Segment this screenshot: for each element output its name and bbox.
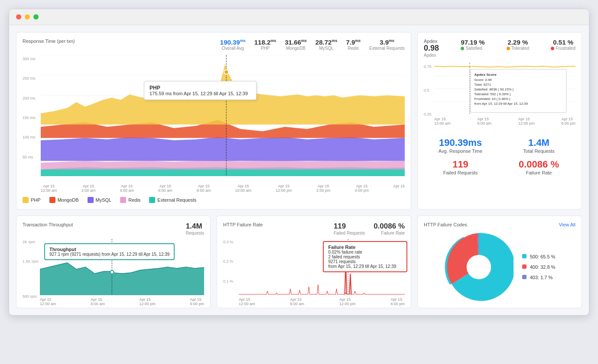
close-dot[interactable]	[16, 14, 21, 19]
failed-req-val: 119	[334, 222, 365, 231]
apdex-title: Apdex	[424, 39, 439, 44]
rt-label-external: External Requests	[369, 46, 405, 51]
view-all-link[interactable]: View All	[559, 222, 575, 227]
svg-point-20	[468, 65, 471, 68]
browser-header	[9, 9, 589, 25]
failure-rate-val: 0.0086 %	[502, 159, 575, 170]
rt-header: Response Time (per txn) 190.39ms Overall…	[23, 39, 405, 51]
dashboard: Response Time (per txn) 190.39ms Overall…	[9, 25, 589, 315]
legend-mysql-dot	[88, 197, 94, 203]
throughput-panel: Transaction Throughput 1.4M Requests 2K …	[16, 216, 211, 308]
apdex-frustrated-block: 0.51 % Frustrated	[551, 39, 575, 51]
throughput-x-axis: Apr 1512:00 am Apr 156:00 am Apr 1512:00…	[40, 297, 204, 306]
rt-label-redis: Redis	[346, 46, 361, 51]
apdex-score-val: 0.98	[424, 44, 439, 53]
rt-stat-php: 118.2ms PHP	[254, 39, 276, 51]
apdex-satisfied-label: Satisfied	[461, 46, 484, 51]
failure-rate-label2: Failure Rate	[374, 231, 405, 235]
legend-php-dot	[23, 197, 29, 203]
codes-header: HTTP Failure Codes View All	[424, 222, 575, 229]
svg-text:Apdex Score: Apdex Score	[474, 73, 497, 77]
failure-rate-label: Failure Rate	[502, 170, 575, 175]
failure-time-text: from Apr 15, 12:29 till Apr 15, 12:39	[328, 264, 396, 269]
apdex-metrics: 190.39ms Avg. Response Time 1.4M Total R…	[424, 137, 575, 175]
apdex-tolerated-block: 2.29 % Tolerated	[507, 39, 529, 51]
failure-rate-stat: 0.0086 % Failure Rate	[374, 222, 405, 235]
throughput-header: Transaction Throughput 1.4M Requests	[23, 222, 204, 235]
rt-chart-area: 300 ms 250 ms 200 ms 150 ms 100 ms 50 ms	[23, 55, 405, 176]
failure-total-text: 9271 requests	[328, 259, 355, 264]
rt-chart-svg	[41, 55, 405, 176]
rt-label-mongo: MongoDB	[285, 46, 307, 51]
apdex-total-requests: 1.4M Total Requests	[502, 137, 575, 154]
dot-500	[522, 254, 526, 258]
rt-stats: 190.39ms Overall Avg 118.2ms PHP 31.66ms…	[220, 39, 405, 51]
legend-redis-label: Redis	[128, 197, 140, 203]
throughput-chart: 2K rpm 1.5K rpm 500 rpm	[23, 239, 204, 300]
rt-label-mysql: MySQL	[315, 46, 338, 51]
failed-req-stat: 119 Failed Requests	[334, 222, 365, 235]
maximize-dot[interactable]	[33, 14, 39, 19]
http-failure-panel: HTTP Failure Rate 119 Failed Requests 0.…	[217, 216, 411, 308]
y-axis: 300 ms 250 ms 200 ms 150 ms 100 ms 50 ms	[23, 55, 41, 176]
rt-label-overall: Overall Avg	[220, 46, 246, 51]
minimize-dot[interactable]	[25, 14, 30, 19]
throughput-tooltip: Throughput 927.1 rpm (9271 requests) fro…	[44, 243, 175, 260]
svg-text:Satisfied: 8636 ( 93.15% ): Satisfied: 8636 ( 93.15% )	[474, 87, 514, 91]
svg-text:Score: 0.96: Score: 0.96	[474, 78, 492, 82]
rt-title: Response Time (per txn)	[23, 39, 75, 44]
failure-failed-text: 2 failed requests	[328, 254, 360, 259]
avg-response-label: Avg. Response Time	[424, 148, 497, 154]
legend-mysql-label: MySQL	[96, 197, 112, 203]
rt-value-external: 3.9ms	[369, 39, 405, 46]
rt-stat-mongo: 31.66ms MongoDB	[285, 39, 307, 51]
pie-center	[466, 255, 491, 279]
total-requests-label: Total Requests	[502, 148, 575, 154]
apdex-chart-svg: Apdex Score Score: 0.96 Total: 9271 Sati…	[434, 63, 575, 115]
legend-external-label: External Requests	[157, 197, 196, 203]
total-requests-val: 1.4M	[502, 137, 575, 148]
failed-requests-label: Failed Requests	[424, 170, 497, 175]
failure-title: HTTP Failure Rate	[223, 222, 263, 227]
throughput-tooltip-title: Throughput	[49, 247, 76, 252]
bottom-row: Transaction Throughput 1.4M Requests 2K …	[16, 216, 582, 308]
throughput-title: Transaction Throughput	[23, 222, 73, 227]
svg-text:Frustrated: 43 ( 0.46% ): Frustrated: 43 ( 0.46% )	[474, 97, 511, 101]
apdex-frustrated-label: Frustrated	[551, 46, 575, 51]
legend-external-dot	[149, 197, 155, 203]
apdex-tolerated-label: Tolerated	[507, 46, 529, 51]
rt-label-php: PHP	[254, 46, 276, 51]
legend-mongo-dot	[49, 197, 55, 203]
rt-value-overall: 190.39ms	[220, 39, 246, 46]
throughput-sublabel: Requests	[186, 231, 204, 235]
throughput-stat: 1.4M Requests	[186, 222, 204, 235]
x-axis: Apr 1512:00 am Apr 152:00 am Apr 154:00 …	[41, 184, 405, 193]
apdex-title-block: Apdex 0.98 Apdex	[424, 39, 439, 58]
apdex-header: Apdex 0.98 Apdex 97.19 % Satisfied 2.29 …	[424, 39, 575, 58]
apdex-x-axis: Apr 1512:00 am Apr 156:00 am Apr 1512:00…	[434, 117, 575, 126]
codes-legend-403: 403: 1.7 %	[522, 275, 556, 280]
rt-stat-overall: 190.39ms Overall Avg	[220, 39, 246, 51]
failure-x-axis: Apr 1512:00 am Apr 156:00 am Apr 1512:00…	[239, 297, 405, 306]
failure-header: HTTP Failure Rate 119 Failed Requests 0.…	[223, 222, 405, 235]
failure-rate-text: 0.02% failure rate	[328, 250, 362, 254]
http-codes-panel: HTTP Failure Codes View All	[417, 216, 582, 308]
failure-tooltip-title: Failure Rate	[328, 245, 355, 250]
failure-stats: 119 Failed Requests 0.0086 % Failure Rat…	[334, 222, 405, 235]
pie-chart-svg	[444, 232, 514, 302]
rt-value-mysql: 28.72ms	[315, 39, 338, 46]
apdex-tolerated-val: 2.29 %	[507, 39, 529, 46]
codes-legend-500: 500: 65.5 %	[522, 254, 556, 259]
codes-legend-400: 400: 32.8 %	[522, 264, 556, 270]
rt-stat-mysql: 28.72ms MySQL	[315, 39, 338, 51]
apdex-failure-rate: 0.0086 % Failure Rate	[502, 159, 575, 175]
codes-legend: 500: 65.5 % 400: 32.8 % 403: 1.7 %	[522, 254, 556, 280]
rt-value-php: 118.2ms	[254, 39, 276, 46]
apdex-y-axis: 0.75 0.5 0.25	[424, 63, 432, 118]
failure-rate-val2: 0.0086 %	[374, 222, 405, 231]
apdex-score-label: Apdex	[424, 53, 439, 58]
svg-point-7	[224, 70, 228, 74]
pie-container: 500: 65.5 % 400: 32.8 % 403: 1.7 %	[424, 232, 575, 302]
failed-requests-val: 119	[424, 159, 497, 170]
dot-403	[522, 275, 526, 279]
